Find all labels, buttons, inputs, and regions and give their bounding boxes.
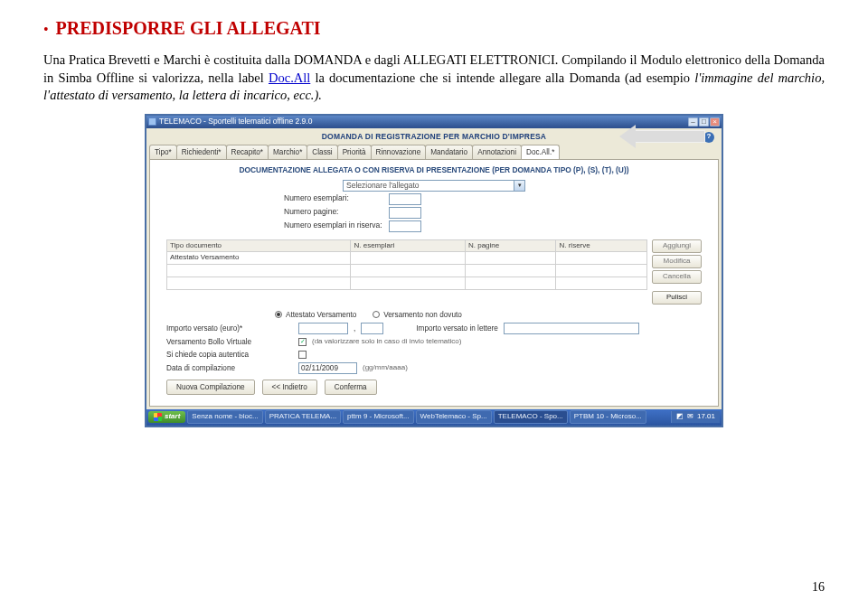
confirm-button[interactable]: Conferma [325, 380, 377, 395]
input-num-esemplari[interactable] [389, 193, 421, 205]
hint-data: (gg/mm/aaaa) [363, 363, 408, 373]
new-compilation-button[interactable]: Nuova Compilazione [166, 380, 255, 395]
table-header-row: Tipo documento N. esemplari N. pagine N.… [167, 239, 647, 252]
checkbox-bollo[interactable]: ✓ [298, 338, 307, 346]
docall-panel: DOCUMENTAZIONE ALLEGATA O CON RISERVA DI… [149, 159, 719, 407]
label-num-esemplari: Numero esemplari: [284, 193, 383, 203]
window-title: TELEMACO - Sportelli telematici offline … [159, 117, 312, 127]
label-num-riserva: Numero esemplari in riserva: [284, 220, 383, 230]
tray-icon: ◩ [676, 412, 684, 422]
task-item[interactable]: Senza nome - bloc... [187, 410, 262, 424]
clear-button[interactable]: Pulisci [652, 291, 702, 305]
allegato-select[interactable]: Selezionare l'allegato [343, 180, 514, 192]
tab-classi[interactable]: Classi [307, 145, 337, 159]
windows-icon [154, 413, 162, 421]
th-riserve[interactable]: N. riserve [556, 239, 647, 252]
tab-mandatario[interactable]: Mandatario [425, 145, 473, 159]
checkbox-copia[interactable] [298, 351, 307, 359]
th-esemplari[interactable]: N. esemplari [351, 239, 465, 252]
edit-button[interactable]: Modifica [652, 255, 702, 268]
app-window: TELEMACO - Sportelli telematici offline … [145, 114, 723, 427]
close-button[interactable]: × [710, 117, 720, 127]
form-main-title: DOMANDA DI REGISTRAZIONE PER MARCHIO D'I… [322, 132, 546, 142]
label-num-pagine: Numero pagine: [284, 207, 383, 217]
input-data[interactable]: 02/11/2009 [298, 362, 357, 374]
docall-link: Doc.All [269, 70, 310, 85]
task-item[interactable]: pttm 9 - Microsoft... [343, 410, 413, 424]
chevron-down-icon[interactable]: ▾ [514, 180, 525, 192]
add-button[interactable]: Aggiungi [652, 239, 702, 253]
comma-sep: , [354, 323, 355, 333]
task-item[interactable]: PTBM 10 - Microso... [570, 410, 646, 424]
radio-non-dovuto[interactable] [373, 311, 380, 318]
para-text-2: la documentazione che si intende allegar… [310, 70, 694, 85]
documents-table: Tipo documento N. esemplari N. pagine N.… [166, 239, 647, 290]
input-importo-cents[interactable] [361, 323, 383, 334]
input-importo-lettere[interactable] [504, 323, 639, 334]
input-importo-euro[interactable] [298, 323, 348, 334]
system-tray[interactable]: ◩ ✉ 17.01 [671, 411, 720, 423]
cell-tipo: Attestato Versamento [167, 252, 351, 265]
table-row[interactable] [167, 277, 647, 289]
radio-attestato[interactable] [275, 311, 282, 318]
page-heading: PREDISPORRE GLI ALLEGATI [56, 16, 321, 41]
input-num-pagine[interactable] [389, 207, 421, 219]
radio-non-dovuto-label: Versamento non dovuto [383, 310, 461, 320]
label-data: Data di compilazione [166, 363, 293, 373]
input-num-riserva[interactable] [389, 220, 421, 232]
bullet-icon: • [43, 23, 49, 37]
label-importo: Importo versato (euro)* [166, 323, 293, 333]
app-icon [148, 117, 156, 126]
hint-bollo: (da valorizzare solo in caso di invio te… [312, 337, 461, 347]
table-row[interactable] [167, 265, 647, 277]
minimize-button[interactable]: – [688, 117, 698, 127]
tab-recapito[interactable]: Recapito* [226, 145, 269, 159]
panel-section-title: DOCUMENTAZIONE ALLEGATA O CON RISERVA DI… [157, 165, 711, 175]
clock: 17.01 [697, 412, 715, 422]
arrow-annotation [635, 130, 705, 143]
radio-attestato-label: Attestato Versamento [286, 310, 356, 320]
taskbar: start Senza nome - bloc... PRATICA TELEM… [146, 409, 722, 426]
label-bollo: Versamento Bollo Virtuale [166, 337, 293, 347]
task-item[interactable]: WebTelemaco - Sp... [416, 410, 492, 424]
task-item[interactable]: TELEMACO - Spo... [494, 410, 568, 424]
label-importo-lettere: Importo versato in lettere [416, 323, 498, 333]
start-label: start [165, 412, 180, 422]
table-row[interactable]: Attestato Versamento [167, 252, 647, 265]
back-button[interactable]: << Indietro [262, 380, 317, 395]
delete-button[interactable]: Cancella [652, 270, 702, 284]
tray-icon: ✉ [687, 412, 693, 422]
tab-tipo[interactable]: Tipo* [149, 145, 177, 159]
th-pagine[interactable]: N. pagine [465, 239, 556, 252]
tab-docall[interactable]: Doc.All.* [521, 145, 560, 159]
maximize-button[interactable]: □ [699, 117, 709, 127]
tab-rinnovazione[interactable]: Rinnovazione [371, 145, 427, 159]
page-number: 16 [812, 579, 825, 596]
tab-priorita[interactable]: Priorità [337, 145, 372, 159]
tab-annotazioni[interactable]: Annotazioni [472, 145, 522, 159]
start-button[interactable]: start [148, 411, 185, 423]
tab-richiedenti[interactable]: Richiedenti* [176, 145, 227, 159]
intro-paragraph: Una Pratica Brevetti e Marchi è costitui… [43, 52, 825, 105]
task-item[interactable]: PRATICA TELEMA... [265, 410, 341, 424]
th-tipo[interactable]: Tipo documento [167, 239, 351, 252]
tab-marchio[interactable]: Marchio* [268, 145, 307, 159]
label-copia: Si chiede copia autentica [166, 350, 293, 360]
